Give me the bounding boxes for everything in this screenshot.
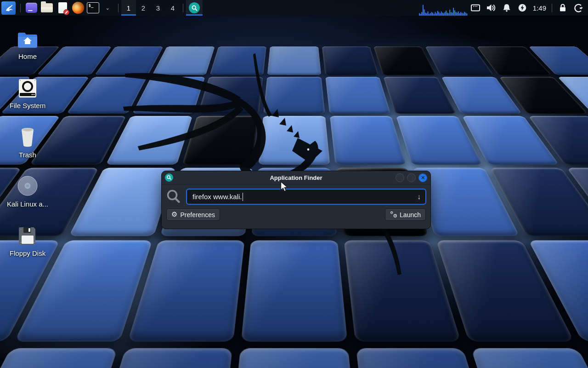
workspace-button-4[interactable]: 4 [165, 0, 180, 16]
desktop-icon-label: Kali Linux a... [6, 200, 50, 208]
power-manager-icon[interactable] [514, 0, 530, 16]
preferences-button-label: Preferences [180, 211, 215, 218]
clock[interactable]: 1:49 [530, 4, 549, 12]
text-caret [243, 193, 243, 201]
launch-button-label: Launch [400, 211, 421, 218]
minimize-button[interactable] [396, 173, 404, 182]
window-titlebar[interactable]: Application Finder ✕ [162, 171, 430, 184]
window-app-icon [26, 3, 37, 13]
edit-badge-icon [63, 9, 69, 15]
workspace-button-2[interactable]: 2 [136, 0, 151, 16]
desktop-icon-home[interactable]: Home [6, 26, 50, 60]
volume-icon[interactable] [483, 0, 499, 16]
desktop-icon-label: Floppy Disk [6, 249, 50, 257]
text-editor-icon [58, 2, 67, 13]
application-finder-icon [189, 2, 200, 13]
panel-separator [20, 4, 21, 12]
panel-separator [118, 4, 119, 12]
terminal-icon: $_ [87, 2, 99, 13]
application-finder-window: Application Finder ✕ firefox www.kali. ↓… [161, 171, 431, 229]
launcher-file-manager[interactable] [39, 0, 55, 16]
trash-can-icon [6, 124, 50, 147]
hard-drive-icon [6, 75, 50, 98]
gear-icon: ⚙ [171, 211, 177, 218]
desktop-icon-label: File System [6, 102, 50, 109]
search-icon [166, 189, 181, 205]
mouse-cursor [280, 181, 290, 193]
kali-menu-button[interactable] [0, 0, 17, 16]
desktop-icon-label: Home [6, 52, 50, 60]
launcher-text-editor[interactable] [55, 0, 70, 16]
kali-logo-icon [1, 1, 16, 15]
arrow-down-icon[interactable]: ↓ [417, 193, 421, 201]
search-input[interactable]: firefox www.kali. ↓ [186, 189, 426, 205]
desktop-icon-kali-linux-disc[interactable]: Kali Linux a... [6, 173, 50, 208]
top-panel: $_ ⌄ 1 2 3 4 [0, 0, 588, 16]
taskbar-application-finder[interactable] [186, 0, 203, 16]
home-folder-icon [6, 26, 50, 49]
launcher-window-app[interactable] [23, 0, 39, 16]
cpu-graph[interactable] [419, 0, 468, 16]
launch-button[interactable]: ⚙⚙ Launch [385, 208, 426, 221]
lock-screen-icon[interactable] [555, 0, 571, 16]
desktop-wallpaper: Home File System Trash [0, 0, 588, 368]
workspace-button-3[interactable]: 3 [151, 0, 165, 16]
optical-disc-icon [6, 173, 50, 196]
run-gears-icon: ⚙⚙ [390, 211, 397, 218]
panel-separator [183, 4, 183, 12]
maximize-button[interactable] [407, 173, 416, 182]
window-title: Application Finder [162, 174, 430, 181]
panel-separator [552, 4, 552, 12]
chevron-down-icon[interactable]: ⌄ [100, 0, 115, 16]
launcher-firefox[interactable] [70, 0, 86, 16]
desktop-icon-trash[interactable]: Trash [6, 124, 50, 159]
close-button[interactable]: ✕ [418, 173, 427, 182]
desktop-icon-file-system[interactable]: File System [6, 75, 50, 109]
firefox-icon [72, 2, 84, 14]
desktop-icon-label: Trash [6, 151, 50, 159]
log-out-icon[interactable] [571, 0, 586, 16]
search-input-value: firefox www.kali. [192, 193, 242, 201]
workspace-button-1[interactable]: 1 [121, 0, 136, 16]
notifications-bell-icon[interactable] [499, 0, 514, 16]
application-finder-icon [165, 173, 173, 182]
preferences-button[interactable]: ⚙ Preferences [166, 208, 220, 221]
floppy-disk-icon [6, 223, 50, 246]
file-manager-icon [41, 3, 53, 12]
launcher-terminal[interactable]: $_ [86, 0, 100, 16]
display-icon[interactable] [468, 0, 483, 16]
desktop-icon-floppy-disk[interactable]: Floppy Disk [6, 223, 50, 257]
